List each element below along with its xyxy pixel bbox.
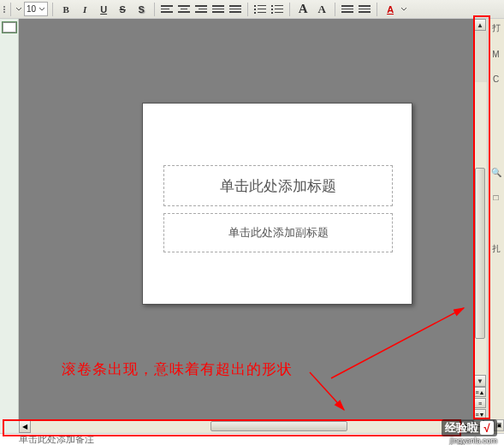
separator [10,3,11,16]
task-pane-open-label[interactable]: 打 [490,22,502,34]
dropdown-arrow-icon[interactable] [400,6,407,13]
dropdown-arrow-icon[interactable] [39,6,45,13]
increase-font-button[interactable]: A [294,2,311,17]
separator [289,3,290,16]
box-icon[interactable]: □ [490,193,502,202]
subtitle-placeholder-text: 单击此处添加副标题 [228,225,329,240]
watermark-url: jingyanla.com [450,436,497,445]
align-center-button[interactable] [176,3,192,16]
dropdown-arrow-icon[interactable] [15,6,22,13]
task-pane-c[interactable]: C [490,74,502,84]
svg-line-0 [331,308,464,378]
align-left-button[interactable] [159,3,175,16]
decrease-font-button[interactable]: A [313,2,330,17]
nav-menu-button[interactable]: ≡ [474,398,486,408]
notes-pane[interactable]: 单击此处添加备注 [0,433,504,445]
notes-placeholder-text: 单击此处添加备注 [19,433,94,445]
watermark: 经验啦 √ jingyanla.com [442,419,497,445]
title-placeholder-text: 单击此处添加标题 [220,176,336,196]
watermark-logo: 经验啦 √ [442,419,497,436]
prev-slide-button[interactable]: ≡▲ [474,387,486,397]
italic-button[interactable]: I [76,2,93,17]
subtitle-placeholder[interactable]: 单击此处添加副标题 [163,213,393,252]
align-justify-button[interactable] [210,3,226,16]
font-size-value: 10 [27,4,36,14]
decrease-indent-button[interactable] [340,3,355,16]
title-placeholder[interactable]: 单击此处添加标题 [163,165,393,206]
separator [154,3,155,16]
horizontal-scroll-track[interactable] [31,420,461,433]
underline-button[interactable]: U [95,2,112,17]
search-icon[interactable]: 🔍 [490,168,502,177]
slide-thumbnail-panel [0,19,19,419]
scroll-down-button[interactable]: ▼ [474,375,486,387]
separator [52,3,53,16]
slide-canvas[interactable]: 单击此处添加标题 单击此处添加副标题 滚卷条出现，意味着有超出的形状 [19,19,473,419]
scroll-left-button[interactable]: ◀ [19,420,31,433]
strikethrough-button[interactable]: S [114,2,131,17]
align-right-button[interactable] [193,3,209,16]
annotation-arrow-right-icon [327,301,472,387]
watermark-brand: 经验啦 [445,420,478,436]
task-pane-more[interactable]: 扎 [490,243,502,255]
numbered-list-button[interactable] [252,3,268,16]
next-slide-button[interactable]: ≡▼ [474,409,486,419]
vertical-scroll-thumb[interactable] [475,168,485,339]
separator [335,3,335,16]
task-pane-m[interactable]: M [490,50,502,59]
font-color-button[interactable]: A [382,2,399,17]
separator [377,3,377,16]
annotation-arrow-down-icon [301,365,353,417]
separator [247,3,248,16]
svg-line-1 [310,372,344,410]
font-size-combo[interactable]: 10 [24,2,48,16]
check-icon: √ [480,421,494,435]
slide-nav-buttons: ≡▲ ≡ ≡▼ [474,387,487,419]
bullet-list-button[interactable] [270,3,285,16]
horizontal-scroll-thumb[interactable] [210,421,347,431]
annotation-label: 滚卷条出现，意味着有超出的形状 [62,359,293,379]
horizontal-scrollbar[interactable]: ◀ ▶ [19,419,473,433]
bold-button[interactable]: B [57,2,74,17]
scroll-up-button[interactable]: ▲ [474,19,486,31]
formatting-toolbar: 10 B I U S S A A A [0,0,504,19]
distributed-button[interactable] [228,3,243,16]
text-shadow-button[interactable]: S [133,2,150,17]
task-pane: 打 M C 🔍 □ 扎 [487,19,504,419]
increase-indent-button[interactable] [357,3,372,16]
toolbar-grip[interactable] [3,6,6,13]
slide[interactable]: 单击此处添加标题 单击此处添加副标题 [142,103,412,305]
scrollbar-top-region [474,31,487,82]
slide-thumbnail[interactable] [3,22,16,33]
vertical-scroll-track[interactable] [474,82,487,375]
vertical-scrollbar[interactable]: ▲ ▼ ≡▲ ≡ ≡▼ [473,19,487,419]
